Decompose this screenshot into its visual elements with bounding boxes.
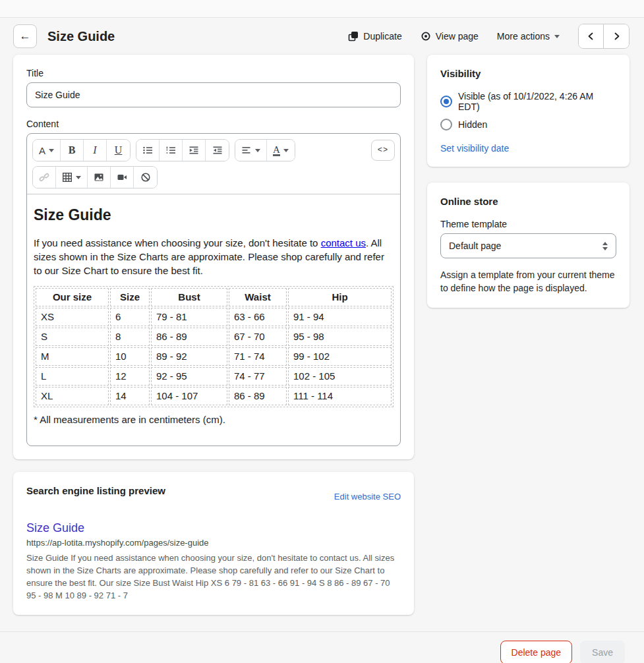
- table-cell[interactable]: 12: [110, 367, 150, 386]
- contact-us-link[interactable]: contact us: [321, 237, 366, 248]
- select-arrows-icon: [602, 242, 608, 250]
- numbered-list-icon: [165, 145, 176, 156]
- table-row: L 12 92 - 95 74 - 77 102 - 105: [36, 367, 392, 386]
- table-header-cell[interactable]: Hip: [288, 288, 392, 306]
- visibility-card-title: Visibility: [440, 68, 616, 79]
- table-cell[interactable]: XS: [36, 308, 109, 326]
- main-content: Title Content A B I U: [0, 55, 644, 615]
- table-header-cell[interactable]: Our size: [36, 288, 109, 306]
- table-cell[interactable]: 8: [110, 328, 150, 346]
- show-html-button[interactable]: <>: [371, 140, 395, 161]
- pagination-group: [578, 24, 629, 49]
- table-row: XS 6 79 - 81 63 - 66 91 - 94: [36, 308, 392, 326]
- table-cell[interactable]: 86 - 89: [151, 328, 227, 346]
- insert-video-button[interactable]: [111, 167, 134, 188]
- table-cell[interactable]: 63 - 66: [229, 308, 287, 326]
- seo-card-title: Search engine listing preview: [26, 485, 165, 496]
- view-page-button[interactable]: View page: [421, 31, 479, 42]
- table-cell[interactable]: 71 - 74: [229, 347, 287, 366]
- next-page-button[interactable]: [604, 24, 629, 48]
- text-color-label: A: [273, 145, 280, 156]
- top-strip: [0, 0, 644, 18]
- table-cell[interactable]: 74 - 77: [229, 367, 287, 386]
- link-icon: [39, 172, 49, 183]
- table-cell[interactable]: 91 - 94: [288, 308, 392, 326]
- table-cell[interactable]: 95 - 98: [288, 328, 392, 346]
- title-input[interactable]: [26, 82, 401, 107]
- set-visibility-date-link[interactable]: Set visibility date: [440, 143, 509, 154]
- page-header: ← Size Guide Duplicate View page M: [0, 18, 644, 55]
- table-cell[interactable]: L: [36, 367, 109, 386]
- table-cell[interactable]: 92 - 95: [151, 367, 227, 386]
- clear-formatting-button[interactable]: [134, 167, 157, 188]
- theme-template-select[interactable]: Default page: [440, 233, 616, 258]
- table-cell[interactable]: 67 - 70: [229, 328, 287, 346]
- theme-template-value: Default page: [449, 241, 501, 251]
- visibility-card: Visibility Visible (as of 10/1/2022, 4:2…: [427, 55, 629, 167]
- visibility-option-visible[interactable]: Visible (as of 10/1/2022, 4:26 AM EDT): [440, 91, 616, 112]
- editor-toolbar: A B I U: [27, 134, 400, 194]
- more-actions-button[interactable]: More actions: [497, 31, 560, 42]
- text-color-button[interactable]: A: [267, 140, 295, 161]
- save-button[interactable]: Save: [580, 641, 625, 663]
- content-editor-body[interactable]: Size Guide If you need assistance when c…: [27, 194, 400, 446]
- online-store-card: Online store Theme template Default page…: [427, 183, 629, 308]
- video-camera-icon: [117, 172, 127, 183]
- radio-button-icon[interactable]: [440, 119, 452, 130]
- chevron-down-icon: [49, 149, 54, 152]
- bold-button[interactable]: B: [61, 140, 84, 161]
- insert-table-button[interactable]: [56, 167, 88, 188]
- table-header-cell[interactable]: Waist: [229, 288, 287, 306]
- duplicate-icon: [348, 31, 359, 42]
- size-table: Our size Size Bust Waist Hip XS 6: [34, 286, 394, 407]
- edit-website-seo-link[interactable]: Edit website SEO: [334, 492, 401, 502]
- font-style-label: A: [39, 145, 45, 156]
- visible-option-label: Visible (as of 10/1/2022, 4:26 AM EDT): [458, 91, 616, 112]
- table-row: XL 14 104 - 107 86 - 89 111 - 114: [36, 387, 392, 405]
- table-header-cell[interactable]: Bust: [151, 288, 227, 306]
- indent-button[interactable]: [206, 140, 229, 161]
- table-cell[interactable]: 102 - 105: [288, 367, 392, 386]
- delete-page-button[interactable]: Delete page: [500, 641, 573, 663]
- title-field-label: Title: [26, 68, 401, 78]
- font-style-button[interactable]: A: [33, 140, 61, 161]
- theme-template-help-text: Assign a template from your current them…: [440, 268, 616, 295]
- chevron-down-icon: [255, 149, 260, 152]
- insert-link-button[interactable]: [33, 167, 56, 188]
- previous-page-button[interactable]: [579, 24, 604, 48]
- table-cell[interactable]: 104 - 107: [151, 387, 227, 405]
- alignment-button[interactable]: [235, 140, 267, 161]
- back-button[interactable]: ←: [13, 24, 37, 48]
- bulleted-list-button[interactable]: [136, 140, 160, 161]
- page-details-card: Title Content A B I U: [13, 55, 414, 459]
- table-cell[interactable]: S: [36, 328, 109, 346]
- underline-button[interactable]: U: [107, 140, 130, 161]
- table-cell[interactable]: 10: [110, 347, 150, 366]
- insert-image-button[interactable]: [88, 167, 111, 188]
- eye-icon: [421, 31, 431, 42]
- theme-template-label: Theme template: [440, 219, 616, 229]
- italic-button[interactable]: I: [84, 140, 107, 161]
- visibility-option-hidden[interactable]: Hidden: [440, 119, 616, 130]
- numbered-list-button[interactable]: [160, 140, 183, 161]
- table-cell[interactable]: 6: [110, 308, 150, 326]
- table-cell[interactable]: XL: [36, 387, 109, 405]
- table-cell[interactable]: 111 - 114: [288, 387, 392, 405]
- radio-button-icon[interactable]: [440, 96, 452, 107]
- content-heading: Size Guide: [34, 206, 394, 224]
- seo-preview-title: Size Guide: [26, 521, 401, 535]
- table-cell[interactable]: 14: [110, 387, 150, 405]
- seo-preview-url: https://ap-lotita.myshopify.com/pages/si…: [26, 538, 401, 548]
- table-cell[interactable]: 86 - 89: [229, 387, 287, 405]
- table-cell[interactable]: M: [36, 347, 109, 366]
- table-cell[interactable]: 89 - 92: [151, 347, 227, 366]
- hidden-option-label: Hidden: [458, 119, 487, 130]
- table-header-cell[interactable]: Size: [110, 288, 150, 306]
- table-cell[interactable]: 79 - 81: [151, 308, 227, 326]
- duplicate-button[interactable]: Duplicate: [348, 31, 401, 42]
- table-icon: [62, 172, 73, 183]
- outdent-button[interactable]: [183, 140, 206, 161]
- prohibit-icon: [140, 172, 151, 183]
- table-cell[interactable]: 99 - 102: [288, 347, 392, 366]
- bulleted-list-icon: [142, 145, 153, 156]
